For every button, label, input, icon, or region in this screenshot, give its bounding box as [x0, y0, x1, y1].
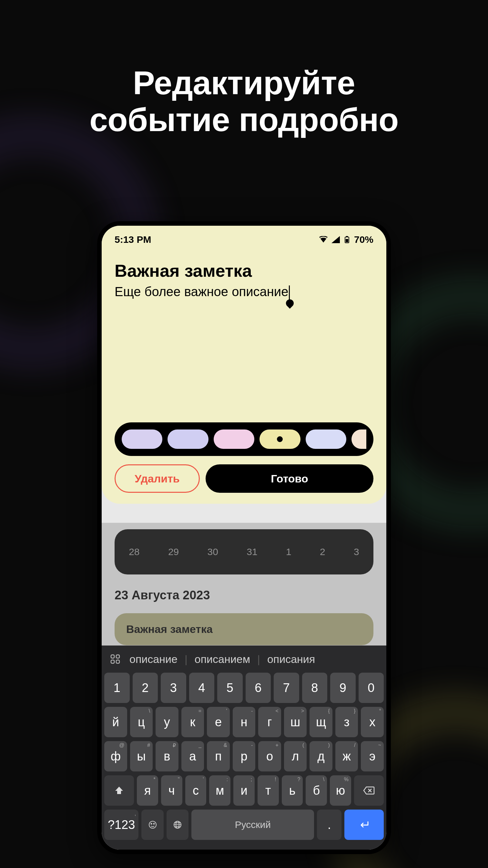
svg-rect-1 — [346, 236, 348, 237]
key-з[interactable]: з} — [335, 707, 358, 737]
key-2[interactable]: 2 — [133, 673, 158, 703]
key-и[interactable]: и; — [233, 775, 255, 806]
key-о[interactable]: о+ — [258, 741, 281, 771]
symbols-key[interactable]: ?123, — [104, 810, 138, 840]
key-8[interactable]: 8 — [302, 673, 328, 703]
svg-rect-3 — [111, 655, 114, 658]
key-ч[interactable]: ч" — [161, 775, 182, 806]
key-ь[interactable]: ь? — [282, 775, 303, 806]
key-1[interactable]: 1 — [104, 673, 130, 703]
key-к[interactable]: к= — [182, 707, 204, 737]
action-row: Удалить Готово — [115, 464, 373, 493]
cursor-handle[interactable] — [284, 298, 295, 309]
note-description-input[interactable]: Еще более важное описание — [115, 284, 290, 300]
delete-button[interactable]: Удалить — [115, 464, 200, 493]
key-а[interactable]: а_ — [182, 741, 204, 771]
key-г[interactable]: г< — [258, 707, 281, 737]
key-щ[interactable]: щ{ — [310, 707, 332, 737]
status-time: 5:13 PM — [115, 234, 151, 245]
key-р[interactable]: р- — [233, 741, 256, 771]
key-н[interactable]: н- — [233, 707, 256, 737]
key-ы[interactable]: ы# — [130, 741, 153, 771]
key-й[interactable]: й — [104, 707, 127, 737]
key-9[interactable]: 9 — [330, 673, 356, 703]
status-bar: 5:13 PM 70% — [115, 234, 373, 245]
key-5[interactable]: 5 — [217, 673, 243, 703]
key-д[interactable]: д) — [310, 741, 332, 771]
key-у[interactable]: у — [156, 707, 178, 737]
svg-rect-4 — [116, 655, 120, 658]
key-с[interactable]: с' — [185, 775, 206, 806]
period-key[interactable]: . — [317, 810, 341, 840]
phone-frame: 28293031123 23 Августа 2023 Важная замет… — [97, 221, 391, 854]
key-е[interactable]: е' — [207, 707, 230, 737]
svg-rect-2 — [346, 239, 348, 242]
key-ц[interactable]: ц\ — [130, 707, 153, 737]
key-ж[interactable]: ж/ — [335, 741, 358, 771]
key-7[interactable]: 7 — [274, 673, 299, 703]
key-6[interactable]: 6 — [246, 673, 271, 703]
suggestion-3[interactable]: описания — [267, 653, 315, 665]
enter-key[interactable] — [345, 810, 384, 840]
note-editor-sheet: 5:13 PM 70% Важная заметка Еще более важ… — [102, 226, 386, 504]
svg-point-8 — [151, 824, 152, 825]
shift-key[interactable] — [104, 775, 134, 806]
svg-point-7 — [149, 821, 156, 828]
keyboard-rows: 1234567890 йц\ук=е'н-г<ш>щ{з}х° ф@ы#в₽а_… — [102, 673, 386, 840]
color-swatch[interactable] — [214, 430, 254, 449]
language-key[interactable] — [166, 810, 189, 840]
color-swatch[interactable] — [122, 430, 162, 449]
color-swatch[interactable] — [306, 430, 346, 449]
suggestion-1[interactable]: описание — [129, 653, 177, 665]
key-э[interactable]: э~ — [361, 741, 384, 771]
key-п[interactable]: п& — [207, 741, 230, 771]
key-я[interactable]: я* — [137, 775, 158, 806]
status-icons: 70% — [319, 234, 373, 245]
key-4[interactable]: 4 — [189, 673, 215, 703]
color-picker — [115, 423, 373, 456]
headline-line1: Редактируйте — [133, 65, 355, 101]
svg-rect-5 — [111, 660, 114, 663]
battery-icon — [343, 236, 351, 244]
keyboard-suggestion-bar: описание | описанием | описания — [102, 646, 386, 673]
text-cursor — [289, 285, 290, 300]
svg-point-9 — [153, 824, 154, 825]
key-0[interactable]: 0 — [359, 673, 384, 703]
phone-screen: 28293031123 23 Августа 2023 Важная замет… — [102, 226, 386, 849]
emoji-key[interactable] — [141, 810, 163, 840]
soft-keyboard: описание | описанием | описания 12345678… — [102, 646, 386, 849]
page-headline: Редактируйте событие подробно — [0, 65, 488, 138]
backspace-key[interactable] — [354, 775, 384, 806]
wifi-icon — [319, 236, 328, 243]
key-ш[interactable]: ш> — [284, 707, 307, 737]
key-ф[interactable]: ф@ — [104, 741, 127, 771]
note-title-input[interactable]: Важная заметка — [115, 260, 373, 281]
key-3[interactable]: 3 — [161, 673, 186, 703]
space-key[interactable]: Русский — [191, 810, 314, 840]
color-swatch[interactable] — [167, 430, 208, 449]
signal-icon — [331, 236, 340, 243]
color-swatch[interactable] — [259, 430, 300, 449]
battery-percent: 70% — [354, 234, 373, 245]
key-в[interactable]: в₽ — [156, 741, 178, 771]
color-swatch[interactable] — [352, 430, 366, 449]
key-б[interactable]: б\ — [306, 775, 327, 806]
done-button[interactable]: Готово — [205, 464, 373, 493]
key-т[interactable]: т! — [258, 775, 279, 806]
key-м[interactable]: м: — [209, 775, 230, 806]
suggestion-2[interactable]: описанием — [195, 653, 250, 665]
svg-rect-6 — [116, 660, 120, 663]
key-х[interactable]: х° — [361, 707, 384, 737]
headline-line2: событие подробно — [89, 101, 399, 138]
key-л[interactable]: л( — [284, 741, 307, 771]
keyboard-apps-icon[interactable] — [108, 652, 122, 666]
key-ю[interactable]: ю% — [330, 775, 351, 806]
